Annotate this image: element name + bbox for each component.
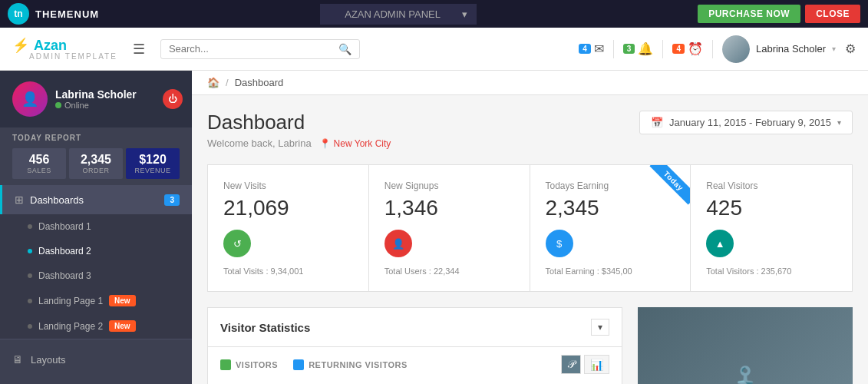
sub-label-5: Landing Page 2 bbox=[38, 321, 103, 332]
stat-card-signups-footer: Total Users : 22,344 bbox=[384, 266, 514, 276]
legend-visitors-dot bbox=[220, 359, 231, 370]
divider-3 bbox=[712, 40, 713, 58]
avatar-image bbox=[722, 35, 750, 63]
location-text: New York City bbox=[334, 138, 391, 149]
user-profile[interactable]: Labrina Scholer ▾ bbox=[722, 35, 836, 63]
dashboards-icon: ⊞ bbox=[15, 194, 30, 206]
location-pin-icon: 📍 bbox=[319, 138, 331, 149]
close-button[interactable]: CLOSE bbox=[805, 5, 860, 23]
sidebar-user-name: Labrina Scholer bbox=[55, 88, 180, 101]
legend-returning-dot bbox=[293, 359, 304, 370]
search-input[interactable] bbox=[169, 43, 332, 55]
brand-name: THEMENUM bbox=[35, 8, 99, 20]
page-subtitle: Welcome back, Labrina 📍 New York City bbox=[207, 137, 391, 149]
panel-caret: ▾ bbox=[462, 8, 467, 20]
layouts-icon: 🖥 bbox=[12, 353, 23, 366]
legend-returning: RETURNING VISITORS bbox=[293, 359, 408, 370]
badge-group-bell[interactable]: 3 🔔 bbox=[623, 41, 654, 56]
page-header: Dashboard Welcome back, Labrina 📍 New Yo… bbox=[207, 111, 853, 149]
brand-main: ⚡ Azan bbox=[12, 37, 117, 54]
today-report: TODAY REPORT 456 SALES 2,345 ORDER $120 … bbox=[0, 127, 192, 185]
stat-card-visits-value: 21,069 bbox=[223, 196, 353, 220]
date-picker[interactable]: 📅 January 11, 2015 - February 9, 2015 ▾ bbox=[639, 111, 853, 134]
sidebar-item-landing1[interactable]: Landing Page 1 New bbox=[0, 288, 192, 313]
stat-card-visitors-value: 425 bbox=[706, 196, 837, 220]
power-button[interactable]: ⏻ bbox=[163, 89, 183, 109]
stat-order: 2,345 ORDER bbox=[69, 148, 123, 179]
bell-icon: 🔔 bbox=[638, 41, 653, 56]
dashboards-label: Dashboards bbox=[30, 194, 164, 206]
panel-title: AZAN ADMIN PANEL bbox=[345, 8, 441, 20]
chart-line-button[interactable]: 𝒫 bbox=[561, 355, 581, 374]
visitor-legend: VISITORS RETURNING VISITORS 𝒫 📊 bbox=[208, 347, 622, 382]
anchor-icon: ⚓ bbox=[722, 365, 768, 384]
sub-label-2: Dashboard 2 bbox=[38, 246, 91, 257]
status-dot bbox=[55, 102, 61, 108]
stat-sales: 456 SALES bbox=[12, 148, 66, 179]
badge-group-clock[interactable]: 4 ⏰ bbox=[672, 41, 703, 56]
stat-sales-label: SALES bbox=[15, 167, 63, 174]
brand-main-text: Azan bbox=[34, 38, 67, 54]
sidebar-item-dashboards[interactable]: ⊞ Dashboards 3 bbox=[0, 185, 192, 214]
date-caret-icon: ▾ bbox=[837, 118, 841, 127]
content-inner: Dashboard Welcome back, Labrina 📍 New Yo… bbox=[192, 95, 868, 384]
user-name: Labrina Scholer bbox=[756, 43, 826, 55]
stat-revenue: $120 REVENUE bbox=[126, 148, 180, 179]
page-title-block: Dashboard Welcome back, Labrina 📍 New Yo… bbox=[207, 111, 391, 149]
hamburger-button[interactable]: ☰ bbox=[130, 38, 148, 61]
sidebar-item-dashboard2[interactable]: Dashboard 2 bbox=[0, 239, 192, 263]
mail-icon: ✉ bbox=[594, 41, 604, 56]
stat-card-earning-footer: Total Earning : $345,00 bbox=[546, 266, 675, 276]
layouts-label: Layouts bbox=[31, 354, 66, 366]
bottom-row: Visitor Statistics ▾ VISITORS RETURNING … bbox=[207, 307, 853, 384]
legend-returning-label: RETURNING VISITORS bbox=[309, 360, 408, 369]
page-subtitle-text: Welcome back, Labrina bbox=[207, 137, 312, 149]
stat-card-signups: New Signups 1,346 👤 Total Users : 22,344 bbox=[369, 165, 530, 291]
landing2-badge: New bbox=[109, 320, 136, 332]
purchase-button[interactable]: PURCHASE NOW bbox=[698, 5, 800, 23]
sidebar-item-dashboard1[interactable]: Dashboard 1 bbox=[0, 214, 192, 239]
landing1-badge: New bbox=[109, 295, 136, 306]
calendar-icon: 📅 bbox=[651, 117, 663, 128]
sidebar-item-landing2[interactable]: Landing Page 2 New bbox=[0, 313, 192, 339]
brand-logo: ⚡ Azan ADMIN TEMPLATE bbox=[12, 37, 117, 61]
side-panel: ⚓ Steve Jobs Time bbox=[638, 307, 853, 384]
location-badge: 📍 New York City bbox=[319, 138, 391, 149]
stat-card-visitors-label: Real Visitors bbox=[706, 180, 837, 191]
search-box[interactable]: 🔍 bbox=[160, 39, 360, 59]
sidebar-user-info: Labrina Scholer Online bbox=[55, 88, 180, 110]
panel-select[interactable]: AZAN ADMIN PANEL ▾ bbox=[320, 4, 477, 25]
stat-revenue-value: $120 bbox=[129, 153, 177, 167]
badge-group-mail[interactable]: 4 ✉ bbox=[579, 41, 604, 56]
user-caret-icon: ▾ bbox=[832, 45, 836, 53]
sidebar-sub-items: Dashboard 1 Dashboard 2 Dashboard 3 Land… bbox=[0, 214, 192, 339]
breadcrumb-home[interactable]: 🏠 bbox=[207, 77, 219, 88]
sidebar-user-section: 👤 Labrina Scholer Online ⏻ bbox=[0, 71, 192, 127]
divider-2 bbox=[662, 40, 663, 58]
stat-card-visitors-icon: ▲ bbox=[706, 230, 734, 257]
sidebar-item-layouts[interactable]: 🖥 Layouts bbox=[12, 347, 180, 372]
visitor-dropdown-button[interactable]: ▾ bbox=[591, 319, 609, 336]
divider-1 bbox=[613, 40, 614, 58]
visitor-title: Visitor Statistics bbox=[220, 321, 310, 334]
stat-card-visitors-footer: Total Visitors : 235,670 bbox=[706, 266, 837, 276]
sub-label-3: Dashboard 3 bbox=[38, 270, 91, 281]
sidebar-item-dashboard3[interactable]: Dashboard 3 bbox=[0, 263, 192, 288]
chart-bar-button[interactable]: 📊 bbox=[584, 355, 609, 374]
main-layout: 👤 Labrina Scholer Online ⏻ TODAY REPORT … bbox=[0, 71, 868, 384]
search-icon: 🔍 bbox=[338, 43, 351, 55]
lightning-icon: ⚡ bbox=[12, 37, 29, 54]
breadcrumb-sep: / bbox=[226, 77, 229, 88]
sidebar-nav: ⊞ Dashboards 3 Dashboard 1 Dashboard 2 D… bbox=[0, 185, 192, 339]
gear-icon[interactable]: ⚙ bbox=[845, 41, 856, 56]
visitor-title-text: Visitor bbox=[220, 321, 256, 334]
sub-label-4: Landing Page 1 bbox=[38, 296, 103, 306]
clock-icon: ⏰ bbox=[688, 41, 703, 56]
header-badges: 4 ✉ 3 🔔 4 ⏰ Labrina Scholer ▾ ⚙ bbox=[579, 35, 856, 63]
stat-card-visitors: Real Visitors 425 ▲ Total Visitors : 235… bbox=[691, 165, 852, 291]
top-nav: tn THEMENUM AZAN ADMIN PANEL ▾ PURCHASE … bbox=[0, 0, 868, 28]
content-area: 🏠 / Dashboard Dashboard Welcome back, La… bbox=[192, 71, 868, 384]
stat-revenue-label: REVENUE bbox=[129, 167, 177, 174]
visitor-stats-card: Visitor Statistics ▾ VISITORS RETURNING … bbox=[207, 307, 622, 384]
stat-card-signups-label: New Signups bbox=[384, 180, 514, 191]
